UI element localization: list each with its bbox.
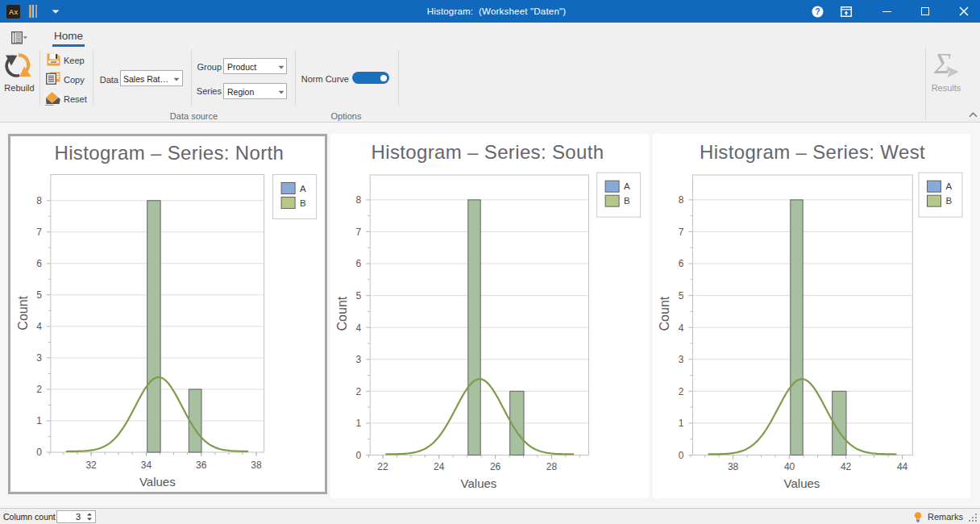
- svg-text:36: 36: [196, 460, 207, 471]
- svg-text:Values: Values: [139, 475, 176, 489]
- svg-text:38: 38: [251, 460, 262, 471]
- svg-text:Count: Count: [335, 296, 349, 331]
- svg-text:2: 2: [36, 384, 42, 395]
- svg-text:24: 24: [434, 461, 445, 472]
- svg-text:6: 6: [356, 258, 362, 269]
- svg-text:7: 7: [679, 226, 684, 237]
- svg-text:5: 5: [679, 289, 684, 301]
- svg-text:A: A: [300, 183, 306, 193]
- svg-text:44: 44: [897, 461, 908, 472]
- svg-text:1: 1: [679, 418, 684, 429]
- svg-text:42: 42: [841, 461, 852, 472]
- svg-text:3: 3: [36, 352, 42, 364]
- svg-text:Histogram – Series: South: Histogram – Series: South: [372, 141, 604, 163]
- svg-text:6: 6: [679, 258, 684, 269]
- svg-text:4: 4: [36, 321, 42, 332]
- svg-text:40: 40: [784, 461, 795, 472]
- svg-text:4: 4: [356, 322, 362, 333]
- svg-text:Values: Values: [461, 476, 497, 490]
- svg-text:5: 5: [36, 289, 42, 301]
- svg-text:0: 0: [36, 447, 42, 458]
- svg-text:32: 32: [85, 460, 97, 471]
- svg-text:0: 0: [679, 449, 684, 460]
- svg-text:B: B: [300, 198, 306, 207]
- svg-text:2: 2: [356, 385, 362, 397]
- svg-text:A: A: [946, 181, 953, 191]
- svg-text:2: 2: [679, 385, 684, 397]
- svg-text:A: A: [624, 181, 630, 191]
- svg-text:Count: Count: [16, 295, 30, 330]
- svg-text:B: B: [624, 196, 630, 206]
- svg-text:34: 34: [141, 460, 152, 471]
- svg-text:28: 28: [546, 461, 558, 472]
- svg-text:8: 8: [356, 194, 362, 206]
- svg-text:Count: Count: [658, 296, 671, 331]
- svg-text:B: B: [946, 196, 953, 206]
- svg-text:0: 0: [356, 449, 362, 460]
- svg-text:Histogram – Series: North: Histogram – Series: North: [54, 142, 284, 164]
- svg-text:3: 3: [679, 354, 684, 365]
- svg-text:1: 1: [36, 415, 42, 426]
- svg-text:1: 1: [356, 418, 362, 429]
- svg-text:7: 7: [356, 226, 362, 237]
- svg-text:Histogram – Series: West: Histogram – Series: West: [700, 141, 925, 163]
- svg-text:38: 38: [728, 461, 739, 472]
- svg-text:?: ?: [815, 6, 820, 16]
- svg-text:7: 7: [36, 227, 42, 238]
- svg-text:8: 8: [36, 195, 42, 206]
- svg-text:8: 8: [679, 194, 684, 206]
- svg-text:26: 26: [490, 461, 501, 472]
- svg-text:6: 6: [36, 258, 42, 269]
- svg-text:22: 22: [377, 461, 388, 472]
- svg-text:4: 4: [679, 322, 684, 333]
- svg-text:5: 5: [356, 289, 362, 301]
- svg-text:Values: Values: [784, 476, 820, 490]
- svg-text:3: 3: [356, 354, 362, 365]
